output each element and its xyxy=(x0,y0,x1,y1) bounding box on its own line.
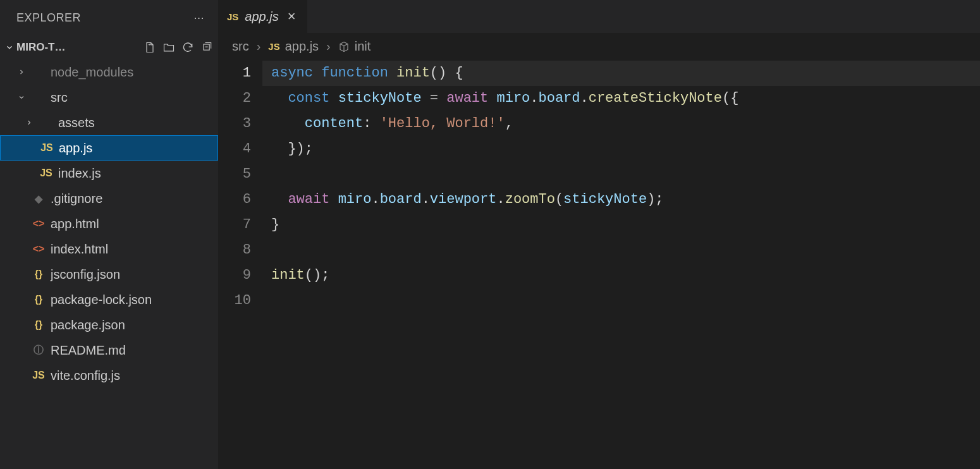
tree-folder[interactable]: assets xyxy=(0,110,218,135)
js-icon: JS xyxy=(40,142,54,154)
tree-item-label: README.md xyxy=(51,343,218,358)
breadcrumb-src[interactable]: src xyxy=(232,39,249,54)
collapse-all-icon[interactable] xyxy=(200,41,213,54)
tree-file[interactable]: JSapp.js xyxy=(0,135,218,161)
line-number: 3 xyxy=(218,111,251,137)
tree-file[interactable]: <>app.html xyxy=(0,211,218,236)
chevron-down-icon xyxy=(18,94,27,101)
tree-folder[interactable]: src xyxy=(0,85,218,110)
editor-pane: JS app.js × src › JS app.js › init 12345… xyxy=(218,0,980,469)
tree-file[interactable]: JSvite.config.js xyxy=(0,363,218,388)
tree-item-label: src xyxy=(51,90,218,105)
tab-app-js[interactable]: JS app.js × xyxy=(218,0,307,33)
tree-file[interactable]: JSindex.js xyxy=(0,161,218,186)
new-file-icon[interactable] xyxy=(144,41,156,54)
line-number: 2 xyxy=(218,86,251,111)
chevron-right-icon xyxy=(25,119,34,126)
js-icon: JS xyxy=(227,11,238,22)
tab-label: app.js xyxy=(245,9,278,24)
code-line[interactable]: content: 'Hello, World!', xyxy=(262,111,980,137)
json-icon: {} xyxy=(32,294,46,305)
line-number: 7 xyxy=(218,212,251,238)
line-number: 9 xyxy=(218,263,251,288)
breadcrumb-symbol[interactable]: init xyxy=(338,39,371,54)
tree-file[interactable]: ⓘREADME.md xyxy=(0,338,218,363)
html-icon: <> xyxy=(32,243,46,255)
breadcrumb-file[interactable]: JS app.js xyxy=(268,39,319,54)
close-icon[interactable]: × xyxy=(285,8,298,25)
tree-item-label: vite.config.js xyxy=(51,368,218,383)
tree-item-label: package-lock.json xyxy=(51,293,218,307)
tree-item-label: index.html xyxy=(51,242,218,257)
tree-file[interactable]: <>index.html xyxy=(0,236,218,262)
tree-file[interactable]: ◆.gitignore xyxy=(0,186,218,211)
json-icon: {} xyxy=(32,319,46,331)
workspace-folder-name: MIRO-T… xyxy=(16,41,65,54)
code-line[interactable]: await miro.board.viewport.zoomTo(stickyN… xyxy=(262,187,980,212)
tree-item-label: app.html xyxy=(51,217,218,231)
code-line[interactable] xyxy=(262,162,980,187)
tree-item-label: .gitignore xyxy=(51,192,218,206)
tree-item-label: app.js xyxy=(59,141,217,155)
git-icon: ◆ xyxy=(32,193,46,205)
js-icon: JS xyxy=(32,370,46,381)
explorer-title: EXPLORER xyxy=(16,11,81,25)
editor-tabs: JS app.js × xyxy=(218,0,980,33)
tree-file[interactable]: {}package.json xyxy=(0,312,218,338)
code-line[interactable]: async function init() { xyxy=(262,61,980,86)
js-icon: JS xyxy=(268,41,279,52)
line-number-gutter: 12345678910 xyxy=(218,61,262,469)
tree-item-label: jsconfig.json xyxy=(51,267,218,282)
file-tree: node_modulessrcassetsJSapp.jsJSindex.js◆… xyxy=(0,59,218,469)
code-editor[interactable]: 12345678910 async function init() { cons… xyxy=(218,61,980,469)
tree-folder[interactable]: node_modules xyxy=(0,59,218,85)
explorer-actions-menu[interactable]: ··· xyxy=(188,9,209,27)
refresh-icon[interactable] xyxy=(181,41,194,54)
tree-item-label: assets xyxy=(58,116,218,130)
code-line[interactable]: init(); xyxy=(262,263,980,288)
info-icon: ⓘ xyxy=(32,344,46,357)
line-number: 1 xyxy=(218,61,251,86)
chevron-right-icon xyxy=(18,68,27,76)
tree-file[interactable]: {}package-lock.json xyxy=(0,287,218,312)
code-line[interactable]: } xyxy=(262,212,980,238)
line-number: 8 xyxy=(218,238,251,263)
workspace-folder-row[interactable]: MIRO-T… xyxy=(0,35,218,59)
breadcrumbs[interactable]: src › JS app.js › init xyxy=(218,33,980,61)
code-line[interactable] xyxy=(262,288,980,314)
code-line[interactable] xyxy=(262,238,980,263)
code-content[interactable]: async function init() { const stickyNote… xyxy=(262,61,980,469)
tree-item-label: index.js xyxy=(58,166,218,181)
line-number: 4 xyxy=(218,137,251,162)
code-line[interactable]: }); xyxy=(262,137,980,162)
explorer-header: EXPLORER ··· xyxy=(0,0,218,35)
tree-item-label: node_modules xyxy=(51,65,218,80)
tree-item-label: package.json xyxy=(51,318,218,332)
chevron-right-icon: › xyxy=(257,39,261,54)
line-number: 5 xyxy=(218,162,251,187)
chevron-right-icon: › xyxy=(326,39,331,54)
symbol-method-icon xyxy=(338,41,350,52)
line-number: 6 xyxy=(218,187,251,212)
explorer-sidebar: EXPLORER ··· MIRO-T… node_modulessrcasse… xyxy=(0,0,218,469)
json-icon: {} xyxy=(32,269,46,280)
js-icon: JS xyxy=(39,168,53,179)
html-icon: <> xyxy=(32,218,46,229)
new-folder-icon[interactable] xyxy=(162,41,175,54)
chevron-down-icon xyxy=(5,43,16,52)
tree-file[interactable]: {}jsconfig.json xyxy=(0,262,218,287)
line-number: 10 xyxy=(218,288,251,314)
code-line[interactable]: const stickyNote = await miro.board.crea… xyxy=(262,86,980,111)
